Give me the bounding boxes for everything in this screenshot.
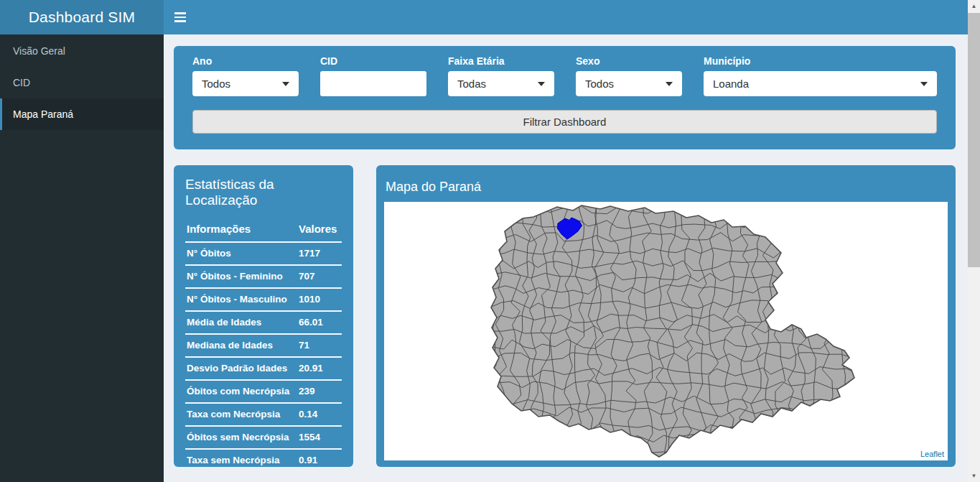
- stat-value: 1554: [297, 426, 342, 449]
- stats-table: Informações Valores N° Óbitos 1717 N° Ób…: [185, 218, 342, 471]
- ano-label: Ano: [192, 56, 299, 67]
- stat-value: 20.91: [297, 357, 342, 380]
- stats-panel: Estatísticas da Localização Informações …: [174, 165, 353, 467]
- caret-down-icon: [282, 82, 289, 86]
- stat-label: Taxa sem Necrópsia: [185, 449, 297, 471]
- stat-value: 1010: [297, 288, 342, 311]
- filter-field-cid: CID: [320, 56, 426, 96]
- table-row: N° Óbitos - Feminino 707: [185, 265, 342, 288]
- parana-map-svg[interactable]: [384, 202, 948, 460]
- ano-select[interactable]: Todos: [192, 71, 299, 96]
- stat-label: Óbitos sem Necrópsia: [185, 426, 297, 449]
- stat-label: N° Óbitos - Masculino: [185, 288, 297, 311]
- faixa-etaria-select[interactable]: Todas: [448, 71, 554, 96]
- leaflet-map[interactable]: Leaflet: [384, 202, 948, 460]
- app-logo[interactable]: Dashboard SIM: [0, 0, 164, 34]
- sidebar-item-mapa-parana[interactable]: Mapa Paraná: [0, 98, 164, 130]
- table-row: Taxa com Necrópsia 0.14: [185, 403, 342, 426]
- scroll-down-icon[interactable]: ▼: [968, 470, 980, 482]
- stat-label: N° Óbitos - Feminino: [185, 265, 297, 288]
- sexo-select[interactable]: Todos: [576, 71, 682, 96]
- scrollbar-thumb[interactable]: [968, 13, 980, 267]
- sidebar-item-label: Visão Geral: [13, 45, 65, 57]
- stat-label: Desvio Padrão Idades: [185, 357, 297, 380]
- app-title: Dashboard SIM: [29, 9, 136, 26]
- map-panel: Mapa do Paraná Leaflet: [376, 165, 956, 467]
- sidebar-menu: Visão Geral CID Mapa Paraná: [0, 34, 164, 130]
- map-title: Mapa do Paraná: [386, 178, 948, 195]
- sidebar-item-label: Mapa Paraná: [13, 108, 73, 120]
- page-scrollbar[interactable]: ▲ ▼: [968, 0, 980, 482]
- sexo-label: Sexo: [576, 56, 682, 67]
- municipio-select[interactable]: Loanda: [704, 71, 937, 96]
- table-row: Desvio Padrão Idades 20.91: [185, 357, 342, 380]
- sidebar-item-cid[interactable]: CID: [0, 67, 164, 98]
- hamburger-icon: [174, 20, 186, 22]
- cid-label: CID: [320, 56, 426, 67]
- stat-value: 66.01: [297, 311, 342, 334]
- caret-down-icon: [538, 82, 545, 86]
- stat-value: 71: [297, 334, 342, 357]
- sidebar: Dashboard SIM Visão Geral CID Mapa Paran…: [0, 0, 164, 482]
- table-row: Mediana de Idades 71: [185, 334, 342, 357]
- table-row: Óbitos com Necrópsia 239: [185, 380, 342, 403]
- faixa-etaria-label: Faixa Etária: [448, 56, 554, 67]
- stat-value: 707: [297, 265, 342, 288]
- table-row: Óbitos sem Necrópsia 1554: [185, 426, 342, 449]
- table-row: Taxa sem Necrópsia 0.91: [185, 449, 342, 471]
- scroll-up-icon[interactable]: ▲: [968, 0, 980, 12]
- main-content: Ano Todos CID Faixa Etária Todas Sexo: [164, 34, 968, 482]
- caret-down-icon: [666, 82, 673, 86]
- filtrar-dashboard-button[interactable]: Filtrar Dashboard: [192, 110, 937, 134]
- stat-label: Mediana de Idades: [185, 334, 297, 357]
- hamburger-icon: [174, 12, 186, 14]
- leaflet-attribution-link[interactable]: Leaflet: [920, 450, 944, 458]
- stat-value: 0.14: [297, 403, 342, 426]
- stat-value: 239: [297, 380, 342, 403]
- stat-value: 0.91: [297, 449, 342, 471]
- municipio-label: Município: [704, 56, 937, 67]
- stats-title: Estatísticas da Localização: [185, 177, 342, 208]
- table-row: Média de Idades 66.01: [185, 311, 342, 334]
- stat-label: Média de Idades: [185, 311, 297, 334]
- table-row: N° Óbitos 1717: [185, 242, 342, 265]
- sidebar-item-label: CID: [13, 77, 30, 88]
- map-attribution: Leaflet: [917, 448, 948, 460]
- sidebar-item-visao-geral[interactable]: Visão Geral: [0, 35, 164, 67]
- caret-down-icon: [920, 82, 928, 86]
- sidebar-toggle-button[interactable]: [164, 0, 197, 34]
- table-row: N° Óbitos - Masculino 1010: [185, 288, 342, 311]
- stat-label: Óbitos com Necrópsia: [185, 380, 297, 403]
- stat-label: Taxa com Necrópsia: [185, 403, 297, 426]
- col-valores: Valores: [297, 218, 342, 242]
- stat-value: 1717: [297, 242, 342, 265]
- faixa-etaria-select-value: Todas: [457, 78, 486, 90]
- ano-select-value: Todos: [202, 78, 230, 90]
- filter-field-ano: Ano Todos: [192, 56, 299, 96]
- table-header-row: Informações Valores: [185, 218, 342, 242]
- stat-label: N° Óbitos: [185, 242, 297, 265]
- filter-field-faixa-etaria: Faixa Etária Todas: [448, 56, 554, 96]
- filter-panel: Ano Todos CID Faixa Etária Todas Sexo: [174, 46, 956, 149]
- col-informacoes: Informações: [185, 218, 297, 242]
- filter-field-sexo: Sexo Todos: [576, 56, 682, 96]
- filter-field-municipio: Município Loanda: [704, 56, 937, 96]
- top-navbar: [164, 0, 968, 34]
- sexo-select-value: Todos: [585, 78, 614, 90]
- municipio-select-value: Loanda: [713, 78, 749, 90]
- hamburger-icon: [174, 17, 186, 19]
- cid-input[interactable]: [320, 71, 426, 96]
